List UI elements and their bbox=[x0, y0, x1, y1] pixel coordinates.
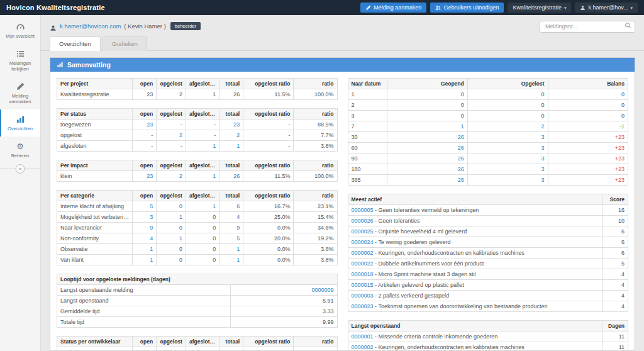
invite-users-button[interactable]: Gebruikers uitnodigen bbox=[430, 3, 504, 13]
role-badge: beheerder bbox=[170, 22, 201, 30]
issue-link[interactable]: 0000024 bbox=[352, 239, 374, 245]
count-link[interactable]: 2 bbox=[467, 121, 548, 131]
count-link[interactable]: 3 bbox=[467, 164, 548, 174]
count-link[interactable]: 4 bbox=[133, 233, 157, 243]
sidebar-item-label: Beheren bbox=[11, 153, 29, 159]
issue-link[interactable]: 0000025 bbox=[352, 228, 374, 235]
cell-value: 100.0% bbox=[294, 89, 337, 99]
user-icon bbox=[580, 5, 586, 11]
count-link[interactable]: 3 bbox=[467, 142, 548, 153]
count-link[interactable]: 5 bbox=[133, 201, 157, 211]
count-link[interactable]: 1 bbox=[157, 233, 186, 243]
row-label: 0000005 - Geen toleranties vermeld op te… bbox=[348, 204, 602, 215]
sidebar-item-meldingen-bekijken[interactable]: Meldingen bekijken bbox=[0, 44, 40, 77]
issue-link[interactable]: 0000026 bbox=[352, 218, 374, 224]
count-link[interactable]: 3 bbox=[467, 131, 548, 142]
count-link[interactable]: 5 bbox=[219, 233, 243, 243]
count-link[interactable]: 26 bbox=[387, 153, 467, 164]
count-link[interactable]: 26 bbox=[387, 164, 467, 174]
count-link[interactable]: 1 bbox=[186, 170, 219, 181]
count-link[interactable]: 2 bbox=[157, 170, 186, 181]
count-link[interactable]: 26 bbox=[219, 170, 243, 181]
issue-link[interactable]: 0000005 bbox=[352, 207, 374, 213]
count-link[interactable]: 23 bbox=[133, 119, 157, 130]
topbar: Hovicon Kwaliteitsregistratie Melding aa… bbox=[0, 0, 644, 15]
row-label: 1 bbox=[348, 89, 387, 99]
panel-header: Samenvatting bbox=[50, 58, 635, 72]
user-menu-dropdown[interactable]: k.hamer@hov... ▾ bbox=[575, 3, 638, 13]
sidebar-item-melding-aanmaken[interactable]: Melding aanmaken bbox=[0, 77, 40, 109]
row-label: 0000003 - 2 pallets verkeerd gestapeld bbox=[348, 290, 602, 301]
sidebar-item-mijn-overzicht[interactable]: Mijn overzicht bbox=[0, 17, 40, 44]
issue-search-input[interactable] bbox=[540, 21, 635, 33]
issue-link[interactable]: 0000022 bbox=[352, 260, 374, 267]
chevron-down-icon: ▾ bbox=[564, 6, 567, 10]
count-link[interactable]: 23 bbox=[133, 170, 157, 181]
table-title: Looptijd voor opgeloste meldingen (dagen… bbox=[57, 274, 338, 284]
issue-link[interactable]: 0000002 bbox=[352, 344, 374, 350]
count-link[interactable]: 1 bbox=[186, 201, 219, 211]
column-header: Score bbox=[602, 194, 628, 204]
cell-value: 0 bbox=[157, 347, 186, 350]
count-link[interactable]: 4 bbox=[219, 211, 243, 222]
count-link[interactable]: 3 bbox=[467, 153, 548, 164]
table-row: 0000025 - Onjuiste hoeveelheid 4 ml gele… bbox=[348, 226, 628, 237]
count-link[interactable]: 26 bbox=[387, 131, 467, 142]
count-link[interactable]: 2 bbox=[157, 130, 186, 140]
count-link[interactable]: 4 bbox=[133, 347, 157, 350]
create-issue-button[interactable]: Melding aanmaken bbox=[360, 3, 426, 13]
issue-link[interactable]: 0000023 bbox=[352, 303, 374, 309]
count-link[interactable]: 2 bbox=[219, 130, 243, 140]
row-label: Gemiddelde tijd bbox=[57, 306, 231, 316]
count-link[interactable]: 23 bbox=[219, 119, 243, 130]
count-link[interactable]: 1 bbox=[133, 254, 157, 265]
count-link[interactable]: 1 bbox=[186, 140, 219, 151]
count-link[interactable]: 6 bbox=[219, 201, 243, 211]
issue-link[interactable]: 0000003 bbox=[352, 292, 374, 299]
count-link[interactable]: 26 bbox=[387, 174, 467, 185]
table-title: Naar datum bbox=[348, 78, 387, 89]
column-header: opgelost bbox=[157, 336, 186, 347]
count-link[interactable]: 4 bbox=[219, 347, 243, 350]
user-full-name: ( Kevin Hamer ) bbox=[124, 23, 166, 30]
issue-link[interactable]: 0000002 bbox=[352, 250, 374, 256]
count-link[interactable]: 3 bbox=[133, 211, 157, 222]
issue-link[interactable]: 0000015 bbox=[352, 282, 374, 288]
count-link[interactable]: 1 bbox=[219, 140, 243, 151]
tab-overzichten[interactable]: Overzichten bbox=[50, 36, 101, 51]
count-link[interactable]: 1 bbox=[133, 243, 157, 254]
count-link[interactable]: 1 bbox=[157, 211, 186, 222]
sidebar-item-beheren[interactable]: ⚙Beheren bbox=[0, 136, 40, 164]
cell-value: 0 bbox=[548, 89, 628, 99]
count-link[interactable]: 9 bbox=[219, 222, 243, 233]
cell-value: 4 bbox=[602, 290, 628, 301]
sidebar-collapse-button[interactable]: « bbox=[16, 164, 25, 174]
project-dropdown[interactable]: Kwaliteitsregistratie ▾ bbox=[508, 3, 571, 13]
count-link[interactable]: 9 bbox=[133, 222, 157, 233]
user-email-link[interactable]: k.hamer@hovicon.com bbox=[60, 23, 121, 30]
count-link[interactable]: 26 bbox=[387, 142, 467, 153]
issue-link[interactable]: 0000009 bbox=[231, 284, 337, 295]
app-title: Hovicon Kwaliteitsregistratie bbox=[6, 4, 105, 11]
column-header: opgelost ratio bbox=[243, 190, 294, 201]
column-header: open bbox=[133, 160, 157, 170]
count-link[interactable]: 1 bbox=[219, 243, 243, 254]
sidebar-item-overzichten[interactable]: Overzichten bbox=[0, 109, 40, 136]
table-title: Per impact bbox=[57, 160, 133, 170]
issue-link[interactable]: 0000001 bbox=[352, 333, 374, 340]
issue-link[interactable]: 0000018 bbox=[352, 271, 374, 277]
count-link[interactable]: 1 bbox=[387, 121, 467, 131]
pencil-icon bbox=[365, 5, 371, 11]
cell-value: - bbox=[186, 130, 219, 140]
count-link[interactable]: 3 bbox=[467, 174, 548, 185]
table-row: Totale tijd9.99 bbox=[57, 316, 338, 327]
row-label: Van klant bbox=[57, 254, 133, 265]
developer-link[interactable]: Kevin Hamer bbox=[60, 349, 93, 351]
table-row: 0000018 - Micro Sprint machine staat 3 d… bbox=[348, 269, 628, 279]
tab-grafieken[interactable]: Grafieken bbox=[103, 36, 147, 51]
cell-value: 5.91 bbox=[231, 295, 337, 306]
count-link[interactable]: 1 bbox=[219, 254, 243, 265]
panel-title: Samenvatting bbox=[67, 61, 111, 69]
chevron-down-icon: ▾ bbox=[630, 6, 633, 10]
table-row: Observatie10010.0%3.8% bbox=[57, 243, 338, 254]
